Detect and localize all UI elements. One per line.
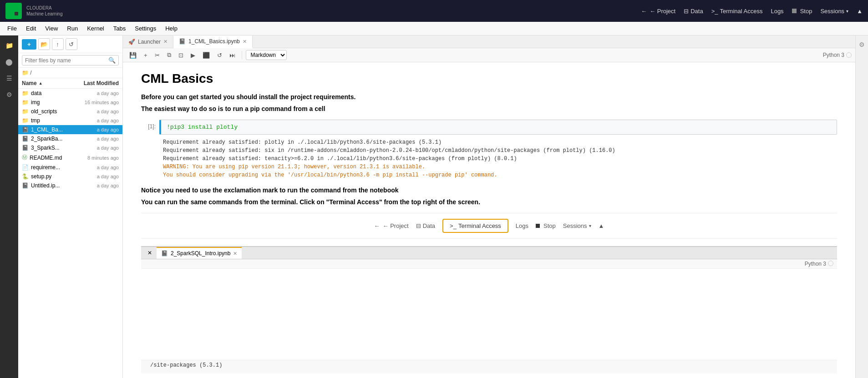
cell-code: !pip3 install plotly xyxy=(167,124,238,131)
tab-notebook[interactable]: 📓 1_CML_Basics.ipynb ✕ xyxy=(173,35,253,48)
notebook-icon: 📓 xyxy=(22,126,29,133)
stop-icon xyxy=(792,9,797,13)
arrow-left-icon: ← xyxy=(374,222,380,229)
file-list: 📁 data a day ago 📁 img 16 minutes ago 📁 … xyxy=(18,89,122,378)
cell-output: Requirement already satisfied: plotly in… xyxy=(163,136,837,181)
file-panel: + 📂 ↑ ↺ 🔍 📁 / Name ▲ L xyxy=(18,35,123,378)
nb-paragraph-1: Before you can get started you should in… xyxy=(141,93,837,101)
logs-overlay-btn[interactable]: Logs xyxy=(516,222,528,229)
sessions-overlay-btn[interactable]: Sessions ▾ xyxy=(563,222,591,229)
close-launcher-tab-btn[interactable]: ✕ xyxy=(163,39,168,45)
right-panel-icon-1[interactable]: ⚙ xyxy=(857,39,867,50)
cell-input[interactable]: !pip3 install plotly xyxy=(159,120,837,135)
list-item[interactable]: 📓 Untitled.ip... a day ago xyxy=(18,181,122,190)
modified-column-header: Last Modified xyxy=(73,80,119,86)
interrupt-btn[interactable]: ⬛ xyxy=(200,50,213,60)
run-btn[interactable]: ▶ xyxy=(188,50,198,60)
notebook-title: CML Basics xyxy=(141,71,837,86)
notebook-content: CML Basics Before you can get started yo… xyxy=(123,62,855,378)
search-input-wrap: 🔍 xyxy=(22,55,119,66)
new-file-button[interactable]: + xyxy=(22,39,36,50)
extensions-sidebar-btn[interactable]: ⚙ xyxy=(3,88,15,101)
list-item[interactable]: 📁 img 16 minutes ago xyxy=(18,98,122,107)
folder-icon: 📁 xyxy=(22,117,29,124)
list-item[interactable]: 📓 1_CML_Ba... a day ago xyxy=(18,125,122,134)
arrow-left-icon: ← xyxy=(641,8,647,15)
list-item[interactable]: 📓 3_SparkS... a day ago xyxy=(18,143,122,152)
search-input[interactable] xyxy=(25,57,107,64)
list-item[interactable]: Ⓜ README.md 8 minutes ago xyxy=(18,152,122,163)
files-sidebar-btn[interactable]: 📁 xyxy=(3,39,15,52)
cut-btn[interactable]: ✂ xyxy=(152,50,162,60)
kernel-status-label: Python 3 xyxy=(823,52,844,58)
top-nav: ← ← Project ⊟ Data >_ Terminal Access Lo… xyxy=(641,8,863,15)
menu-settings[interactable]: Settings xyxy=(131,24,160,33)
project-overlay-btn[interactable]: ← ← Project xyxy=(374,222,409,229)
data-overlay-btn[interactable]: ⊟ Data xyxy=(416,222,435,229)
terminal-access-nav-btn[interactable]: >_ Terminal Access xyxy=(711,8,763,15)
chevron-down-icon: ▾ xyxy=(589,223,591,228)
running-sidebar-btn[interactable]: ⬤ xyxy=(3,55,15,68)
commands-sidebar-btn[interactable]: ☰ xyxy=(3,72,15,85)
data-icon: ⊟ xyxy=(416,222,421,229)
close-notebook-tab-btn[interactable]: ✕ xyxy=(243,39,247,45)
menu-kernel[interactable]: Kernel xyxy=(83,24,108,33)
collapse-btn[interactable]: ▲ xyxy=(857,8,863,15)
tab-launcher[interactable]: 🚀 Launcher ✕ xyxy=(123,36,173,48)
add-cell-btn[interactable]: + xyxy=(141,50,150,60)
collapse-overlay-btn[interactable]: ▲ xyxy=(599,222,604,229)
content-area: 🚀 Launcher ✕ 📓 1_CML_Basics.ipynb ✕ 💾 + … xyxy=(123,35,855,378)
menu-view[interactable]: View xyxy=(41,24,61,33)
restart-btn[interactable]: ↺ xyxy=(214,50,225,60)
menu-edit[interactable]: Edit xyxy=(22,24,40,33)
list-item[interactable]: 📁 old_scripts a day ago xyxy=(18,107,122,116)
output-line-3: Requirement already satisfied: tenacity>… xyxy=(163,155,837,163)
second-nb-tab[interactable]: 📓 2_SparkSQL_Intro.ipynb ✕ xyxy=(157,247,242,259)
list-item[interactable]: 📁 data a day ago xyxy=(18,89,122,98)
notebook-tab-icon: 📓 xyxy=(179,38,186,45)
copy-btn[interactable]: ⧉ xyxy=(164,50,174,60)
sessions-nav-btn[interactable]: Sessions ▾ xyxy=(820,8,848,15)
notice-text: Notice you need to use the exclamation m… xyxy=(141,186,837,194)
save-btn[interactable]: 💾 xyxy=(127,50,139,60)
list-item[interactable]: 📁 tmp a day ago xyxy=(18,116,122,125)
notebook-icon: 📓 xyxy=(22,182,29,189)
list-item[interactable]: 📄 requireme... a day ago xyxy=(18,163,122,172)
project-nav-btn[interactable]: ← ← Project xyxy=(641,8,675,15)
stop-nav-btn[interactable]: Stop xyxy=(792,8,812,15)
run-all-btn[interactable]: ⏭ xyxy=(227,50,238,60)
open-folder-btn[interactable]: 📂 xyxy=(38,38,50,50)
list-item[interactable]: 🐍 setup.py a day ago xyxy=(18,172,122,181)
upload-btn[interactable]: ↑ xyxy=(52,38,64,50)
warning-line-1: WARNING: You are using pip version 21.1.… xyxy=(163,163,837,171)
nb-paragraph-2: The easiest way to do so is to run a pip… xyxy=(141,105,837,112)
instruction-text: You can run the same commands from the t… xyxy=(141,198,837,206)
menu-run[interactable]: Run xyxy=(63,24,81,33)
menu-tabs[interactable]: Tabs xyxy=(110,24,129,33)
second-nb-content xyxy=(141,269,837,360)
second-nb-close-btn[interactable]: ✕ xyxy=(143,247,157,258)
stop-overlay-btn[interactable]: Stop xyxy=(536,222,556,229)
menu-file[interactable]: File xyxy=(4,24,20,33)
close-second-nb-tab-btn[interactable]: ✕ xyxy=(233,251,237,257)
warning-line-2: You should consider upgrading via the '/… xyxy=(163,171,837,179)
file-list-header: Name ▲ Last Modified xyxy=(18,78,122,89)
launcher-tab-label: Launcher xyxy=(138,39,161,45)
paste-btn[interactable]: ⊡ xyxy=(176,50,186,60)
list-item[interactable]: 📓 2_SparkBa... a day ago xyxy=(18,134,122,143)
chevron-up-icon: ▲ xyxy=(857,8,863,15)
cell-type-select[interactable]: Markdown Code Raw xyxy=(246,50,287,60)
search-box: 🔍 xyxy=(18,53,122,68)
sort-icon: ▲ xyxy=(39,81,43,86)
data-nav-btn[interactable]: ⊟ Data xyxy=(684,8,703,15)
name-column-header: Name ▲ xyxy=(22,80,73,86)
refresh-btn[interactable]: ↺ xyxy=(66,38,77,50)
svg-rect-1 xyxy=(15,6,18,10)
output-line-2: Requirement already satisfied: six in /r… xyxy=(163,146,837,155)
refresh-icon: ↺ xyxy=(69,41,74,48)
logs-nav-btn[interactable]: Logs xyxy=(771,8,783,15)
terminal-access-overlay-btn[interactable]: >_ Terminal Access xyxy=(442,219,508,233)
file-toolbar: + 📂 ↑ ↺ xyxy=(18,35,122,53)
stop-icon xyxy=(536,224,540,228)
menu-help[interactable]: Help xyxy=(162,24,181,33)
